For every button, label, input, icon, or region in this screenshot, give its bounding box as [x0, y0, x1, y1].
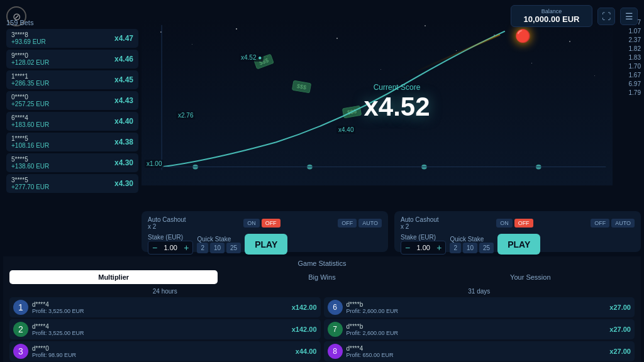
stats-avatar: 1 — [13, 300, 28, 315]
quick-btn-2-right[interactable]: 2 — [450, 243, 461, 253]
stats-multiplier: x27.00 — [609, 348, 631, 355]
toggle-group-left: ON OFF — [243, 219, 280, 228]
off-auto-right: OFF AUTO — [591, 219, 635, 228]
stats-profit: Profit: 3,525.00 EUR — [32, 308, 288, 314]
right-multiplier: 1.70 — [613, 63, 641, 70]
stats-row: 1 d****4 Profit: 3,525.00 EUR x142.00 — [9, 297, 321, 317]
cashout-x-right: x 2 — [401, 223, 439, 230]
toggle-group-right: ON OFF — [496, 219, 533, 228]
quick-btn-10-left[interactable]: 10 — [210, 243, 225, 253]
quick-stake-label-left: Quick Stake — [197, 236, 241, 243]
right-multiplier: 1.67 — [613, 72, 641, 79]
control-top-right: Auto Cashout x 2 ON OFF OFF AUTO — [401, 216, 635, 230]
stats-avatar: 6 — [328, 300, 343, 315]
stats-profit: Profit: 3,525.00 EUR — [32, 330, 288, 336]
bet-user: 9****0 — [11, 52, 49, 59]
stats-col-24h: 24 hours 1 d****4 Profit: 3,525.00 EUR x… — [9, 288, 321, 362]
bet-multiplier: x4.47 — [114, 34, 133, 43]
stats-right-rows: 6 d****b Profit: 2,600.00 EUR x27.00 7 d… — [324, 297, 635, 361]
auto-button-right[interactable]: AUTO — [611, 219, 635, 228]
quick-btns-left: 2 10 25 — [197, 243, 241, 253]
curve-label-x276: x2.76 — [176, 111, 195, 119]
bet-multiplier: x4.46 — [114, 55, 133, 63]
off-button-right[interactable]: OFF — [591, 219, 609, 228]
toggle-on-right[interactable]: ON — [496, 219, 513, 228]
stats-username: d****0 — [32, 345, 292, 352]
balance-box: Balance 10,000.00 EUR — [511, 5, 592, 27]
stats-left-rows: 1 d****4 Profit: 3,525.00 EUR x142.00 2 … — [9, 297, 321, 361]
off-button-left[interactable]: OFF — [338, 219, 357, 228]
bet-profit: +93.69 EUR — [11, 38, 46, 45]
tab-big-wins[interactable]: Big Wins — [218, 270, 426, 284]
score-value: x4.52 — [364, 92, 430, 122]
bets-count: 159 Bets — [6, 19, 138, 26]
controls-area: Auto Cashout x 2 ON OFF OFF AUTO Stake (… — [142, 211, 641, 252]
quick-stake-label-right: Quick Stake — [450, 236, 494, 243]
stake-control-right: − 1.00 + — [401, 241, 446, 255]
quick-stake-section-left: Quick Stake 2 10 25 — [197, 236, 241, 253]
stats-username: d****b — [347, 301, 606, 308]
quick-stake-section-right: Quick Stake 2 10 25 — [450, 236, 494, 253]
stats-multiplier: x27.00 — [609, 326, 631, 333]
play-button-left[interactable]: PLAY — [245, 234, 287, 255]
bet-item: 5****5 +138.60 EUR x4.30 — [6, 153, 138, 172]
auto-button-left[interactable]: AUTO — [358, 219, 382, 228]
bets-list: 3****8 +93.69 EUR x4.47 9****0 +128.02 E… — [6, 29, 138, 193]
bet-item: 0****0 +257.25 EUR x4.43 — [6, 91, 138, 110]
stake-value-right: 1.00 — [414, 244, 433, 251]
bet-item: 6****4 +183.60 EUR x4.40 — [6, 112, 138, 131]
bet-profit: +277.70 EUR — [11, 184, 49, 190]
stats-multiplier: x142.00 — [292, 304, 317, 311]
stake-minus-right[interactable]: − — [401, 241, 414, 254]
bet-user: 6****4 — [11, 114, 49, 121]
bet-profit: +257.25 EUR — [11, 101, 49, 107]
bet-user: 3****8 — [11, 31, 46, 38]
quick-btn-25-left[interactable]: 25 — [226, 243, 241, 253]
play-button-right[interactable]: PLAY — [497, 234, 540, 255]
tab-your-session[interactable]: Your Session — [426, 270, 635, 284]
right-multiplier: 1.83 — [613, 54, 641, 61]
tab-multiplier[interactable]: Multiplier — [9, 270, 218, 284]
stake-plus-right[interactable]: + — [433, 241, 445, 254]
stats-row: 2 d****4 Profit: 3,525.00 EUR x142.00 — [9, 319, 321, 339]
stats-multiplier: x27.00 — [609, 304, 631, 311]
stats-section: Game Statistics Multiplier Big Wins Your… — [3, 256, 641, 362]
curve-label-x452: x4.52 ● — [239, 53, 264, 62]
stats-user-info: d****4 Profit: 650.00 EUR — [347, 345, 606, 358]
stats-multiplier: x142.00 — [292, 326, 317, 333]
curve-label-x440: x4.40 — [336, 126, 355, 134]
stake-minus-left[interactable]: − — [148, 241, 161, 254]
control-panel-left: Auto Cashout x 2 ON OFF OFF AUTO Stake (… — [142, 211, 388, 252]
game-area: $$$ $$$ $$$ x1.00 x2.76 x4.52 ● x4.40 🔴 … — [142, 19, 613, 185]
toggle-off-right[interactable]: OFF — [514, 219, 533, 228]
stats-tabs: Multiplier Big Wins Your Session — [9, 270, 635, 284]
stats-col-header-31d: 31 days — [324, 288, 635, 295]
toggle-off-left[interactable]: OFF — [262, 219, 280, 228]
score-display: Current Score x4.52 — [364, 83, 430, 122]
right-multiplier: 1.82 — [613, 45, 641, 52]
stats-user-info: d****4 Profit: 3,525.00 EUR — [32, 301, 288, 314]
quick-btn-2-left[interactable]: 2 — [197, 243, 208, 253]
fullscreen-button[interactable]: ⛶ — [597, 8, 615, 25]
stats-row: 3 d****0 Profit: 98.90 EUR x44.00 — [9, 341, 321, 361]
stake-control-left: − 1.00 + — [148, 241, 193, 255]
stats-user-info: d****b Profit: 2,600.00 EUR — [347, 301, 606, 314]
stats-avatar: 7 — [328, 322, 343, 337]
stake-value-left: 1.00 — [161, 244, 180, 251]
bets-panel: 159 Bets 3****8 +93.69 EUR x4.47 9****0 … — [6, 19, 138, 217]
stake-plus-left[interactable]: + — [180, 241, 192, 254]
toggle-on-left[interactable]: ON — [243, 219, 260, 228]
stats-multiplier: x44.00 — [296, 348, 317, 355]
menu-button[interactable]: ☰ — [620, 8, 638, 25]
bet-item: 1****1 +286.35 EUR x4.45 — [6, 70, 138, 89]
bet-multiplier: x4.30 — [114, 179, 133, 188]
bet-item: 1****5 +108.16 EUR x4.38 — [6, 133, 138, 151]
quick-btn-25-right[interactable]: 25 — [479, 243, 494, 253]
stats-col-31d: 31 days 6 d****b Profit: 2,600.00 EUR x2… — [324, 288, 635, 362]
bet-profit: +128.02 EUR — [11, 59, 49, 66]
quick-btn-10-right[interactable]: 10 — [463, 243, 477, 253]
stats-profit: Profit: 98.90 EUR — [32, 352, 292, 358]
stats-row: 7 d****b Profit: 2,600.00 EUR x27.00 — [324, 319, 635, 339]
cashout-section-right: Auto Cashout x 2 — [401, 216, 439, 230]
right-multiplier: 1.79 — [613, 89, 641, 96]
